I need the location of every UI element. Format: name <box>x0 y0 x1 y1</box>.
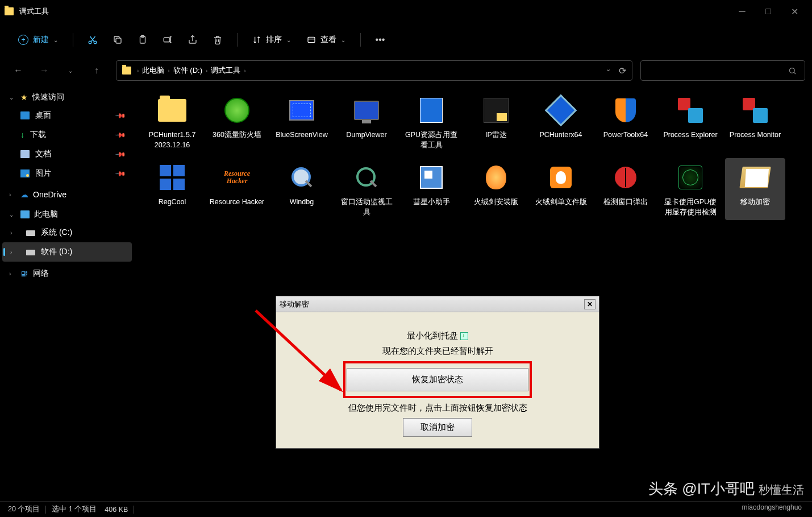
sidebar-onedrive[interactable]: ›☁OneDrive <box>2 187 132 202</box>
sidebar-item-drive-c[interactable]: ›系统 (C:) <box>2 223 132 242</box>
delete-button[interactable] <box>206 28 229 51</box>
green-circle-icon <box>220 93 254 127</box>
plus-icon: + <box>18 35 28 45</box>
file-item[interactable]: 移动加密 <box>725 158 785 220</box>
svg-rect-6 <box>308 37 315 42</box>
recent-button[interactable]: ⌄ <box>59 59 82 82</box>
radar-green-icon <box>673 160 707 195</box>
file-label: 检测窗口弹出 <box>603 197 648 207</box>
file-item[interactable]: 窗口活动监视工具 <box>336 158 397 220</box>
sidebar-network[interactable]: ›🖳网络 <box>2 265 132 282</box>
tray-icon <box>460 332 468 340</box>
sidebar-this-pc[interactable]: ⌄此电脑 <box>2 206 132 223</box>
more-button[interactable]: ••• <box>369 28 392 51</box>
minimize-to-tray[interactable]: 最小化到托盘 <box>407 330 458 340</box>
view-button[interactable]: 查看 ⌄ <box>300 28 352 51</box>
selected-size: 406 KB <box>105 506 128 514</box>
app-icon <box>5 7 14 15</box>
gpu-icon <box>414 93 448 127</box>
file-item[interactable]: RegCool <box>142 158 202 220</box>
file-item[interactable]: GPU资源占用查看工具 <box>401 91 461 152</box>
file-item[interactable]: 检测窗口弹出 <box>596 158 656 220</box>
file-item[interactable]: Windbg <box>272 158 332 220</box>
proc-icon <box>738 93 772 127</box>
pin-icon: 📌 <box>115 148 127 160</box>
radar-icon <box>479 93 513 127</box>
file-item[interactable]: 显卡使用GPU使用显存使用检测 <box>660 158 721 220</box>
pin-icon: 📌 <box>115 110 127 122</box>
file-item[interactable]: PowerToolx64 <box>596 91 656 152</box>
share-button[interactable] <box>181 28 204 51</box>
file-label: BlueScreenView <box>276 130 328 140</box>
file-item[interactable]: Process Monitor <box>725 91 785 152</box>
breadcrumb-item[interactable]: 此电脑 <box>142 65 164 76</box>
rename-button[interactable] <box>156 28 179 51</box>
svg-rect-5 <box>164 38 170 42</box>
minimize-button[interactable]: ─ <box>729 0 755 23</box>
sidebar: ⌄★ 快速访问 桌面📌 ↓下载📌 文档📌 图片📌 ›☁OneDrive ⌄此电脑… <box>0 84 134 501</box>
shield-diamond-icon <box>544 93 578 127</box>
file-item[interactable]: Process Explorer <box>660 91 721 152</box>
file-label: 彗星小助手 <box>413 197 450 207</box>
file-item[interactable]: 360流量防火墙 <box>207 91 267 152</box>
file-item[interactable]: PCHunterx64 <box>531 91 591 152</box>
file-item[interactable]: DumpViewer <box>336 91 397 152</box>
sidebar-quick-access[interactable]: ⌄★ 快速访问 <box>2 89 132 106</box>
new-button[interactable]: + 新建 ⌄ <box>11 31 65 48</box>
back-button[interactable]: ← <box>7 59 30 82</box>
file-label: PowerToolx64 <box>603 130 648 140</box>
item-count: 20 个项目 <box>8 504 40 514</box>
file-label: 火绒剑单文件版 <box>535 197 587 207</box>
file-item[interactable]: 火绒剑安装版 <box>466 158 526 220</box>
grid-icon <box>155 160 189 195</box>
file-label: Resource Hacker <box>210 197 265 207</box>
pin-icon: 📌 <box>115 168 127 180</box>
file-label: Process Monitor <box>730 130 781 140</box>
sidebar-item-drive-d[interactable]: ›软件 (D:) <box>2 242 132 262</box>
up-button[interactable]: ↑ <box>85 59 108 82</box>
file-label: 窗口活动监视工具 <box>339 197 394 217</box>
file-label: DumpViewer <box>346 130 386 140</box>
sidebar-item-desktop[interactable]: 桌面📌 <box>2 106 132 125</box>
file-label: PCHunter1.5.7 2023.12.16 <box>144 130 200 150</box>
sidebar-item-documents[interactable]: 文档📌 <box>2 144 132 164</box>
dialog-hint: 但您使用完文件时，点击上面按钮恢复加密状态 <box>293 403 582 413</box>
file-item[interactable]: BlueScreenView <box>272 91 332 152</box>
sidebar-item-downloads[interactable]: ↓下载📌 <box>2 125 132 144</box>
breadcrumb-item[interactable]: 软件 (D:) <box>173 65 202 76</box>
watermark: 头条 @IT小哥吧 秒懂生活 <box>648 479 804 499</box>
file-item[interactable]: 火绒剑单文件版 <box>531 158 591 220</box>
dialog-message: 现在您的文件夹已经暂时解开 <box>293 346 582 357</box>
refresh-icon[interactable]: ⟳ <box>619 65 626 76</box>
file-label: PCHunterx64 <box>539 130 582 140</box>
svg-point-7 <box>790 68 795 73</box>
file-item[interactable]: PCHunter1.5.7 2023.12.16 <box>142 91 202 152</box>
paste-button[interactable] <box>131 28 154 51</box>
file-item[interactable]: IP雷达 <box>466 91 526 152</box>
folder-open-icon <box>738 160 772 195</box>
copy-button[interactable] <box>106 28 129 51</box>
sidebar-item-pictures[interactable]: 图片📌 <box>2 164 132 183</box>
breadcrumb[interactable]: › 此电脑 › 软件 (D:) › 调式工具 › ⌄ ⟳ <box>116 60 632 81</box>
dialog-close-button[interactable]: ✕ <box>584 299 596 309</box>
search-input[interactable] <box>640 60 805 81</box>
file-label: IP雷达 <box>485 130 507 140</box>
file-label: 360流量防火墙 <box>213 130 261 140</box>
flame-box-icon <box>544 160 578 195</box>
file-item[interactable]: ResourceHackerResource Hacker <box>207 158 267 220</box>
blue-sq-icon <box>414 160 448 195</box>
cancel-encrypt-button[interactable]: 取消加密 <box>403 418 472 437</box>
file-item[interactable]: 彗星小助手 <box>401 158 461 220</box>
maximize-button[interactable]: □ <box>755 0 781 23</box>
view-label: 查看 <box>320 35 336 45</box>
file-label: RegCool <box>159 197 186 207</box>
watermark-url: miaodongshenghuo <box>742 503 802 511</box>
dialog-title: 移动解密 <box>280 299 309 309</box>
sort-button[interactable]: 排序 ⌄ <box>245 28 298 51</box>
breadcrumb-item[interactable]: 调式工具 <box>211 65 240 76</box>
chevron-down-icon[interactable]: ⌄ <box>606 65 611 76</box>
restore-encrypt-button[interactable]: 恢复加密状态 <box>347 368 528 391</box>
cut-button[interactable] <box>81 28 104 51</box>
forward-button[interactable]: → <box>33 59 56 82</box>
close-button[interactable]: ✕ <box>781 0 807 23</box>
